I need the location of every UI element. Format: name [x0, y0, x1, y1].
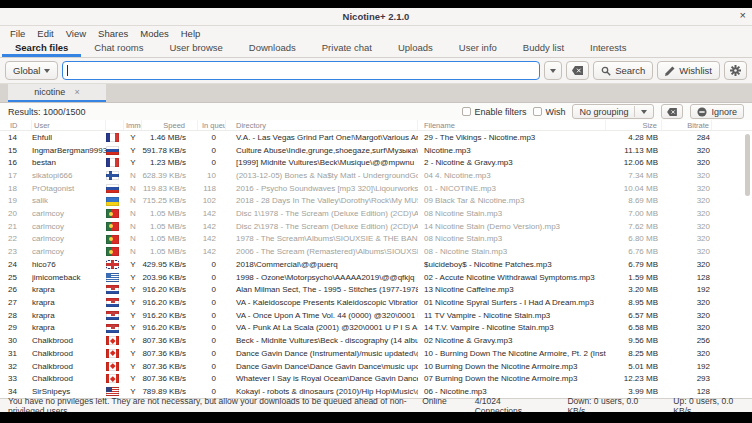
menu-modes[interactable]: Modes	[134, 28, 175, 39]
window-close-icon[interactable]: ×	[740, 9, 746, 21]
tab-search-files[interactable]: Search files	[2, 40, 81, 57]
menu-view[interactable]: View	[60, 28, 92, 39]
clear-results-button[interactable]	[661, 104, 683, 119]
search-results-tab-strip: nicotine ×	[0, 84, 752, 103]
wishlist-button[interactable]: Wishlist	[657, 61, 720, 80]
cell-size: 4.28 MB	[606, 133, 662, 142]
cell-directory: Alan Milman Sect, The - 1995 - Stitches …	[226, 285, 418, 294]
cell-filename: 10 Burning Down the Nicotine Armoire.mp3	[418, 362, 606, 371]
tab-private-chat[interactable]: Private chat	[309, 40, 385, 57]
cell-queue: 0	[198, 285, 226, 294]
enable-filters-checkbox[interactable]: Enable filters	[462, 107, 526, 117]
table-row[interactable]: 20carlmcoyN1.05 MB/s142Disc 1\1978 - The…	[0, 207, 752, 220]
letterbox-top	[0, 0, 752, 8]
cell-size: 7.00 MB	[606, 209, 662, 218]
col-header-id[interactable]: ID	[8, 120, 32, 130]
tab-uploads[interactable]: Uploads	[385, 40, 446, 57]
search-input[interactable]	[62, 61, 540, 80]
table-row[interactable]: 28krapraY916.20 KB/s0VA - Once Upon A Ti…	[0, 309, 752, 322]
table-row[interactable]: 15IngmarBergman9993Y591.78 KB/s0Culture …	[0, 144, 752, 157]
cell-directory: VA - Kaleidoscope Presents Kaleidoscopic…	[226, 298, 418, 307]
table-row[interactable]: 34SirSnipeysY789.89 KB/s0Kokayi - robots…	[0, 385, 752, 398]
cell-size: 1.59 MB	[606, 273, 662, 282]
col-header-bitrate[interactable]: Bitrate	[662, 120, 712, 130]
cell-directory: Dance Gavin Dance (Instrumental)/music u…	[226, 349, 418, 358]
grouping-select[interactable]: No grouping	[572, 104, 654, 119]
cell-bitrate: 256	[662, 336, 712, 345]
cell-immediate: Y	[124, 336, 142, 345]
col-header-flag[interactable]	[106, 120, 124, 130]
menu-edit[interactable]: Edit	[31, 28, 59, 39]
table-row[interactable]: 30ChalkbroodY807.36 KB/s0Beck - Midnite …	[0, 334, 752, 347]
table-row[interactable]: 24hico76Y429.95 KB/s02018\Commercial\@@p…	[0, 258, 752, 271]
col-header-immediate[interactable]: Imme	[124, 120, 142, 130]
tab-interests[interactable]: Interests	[577, 40, 639, 57]
search-button[interactable]: Search	[593, 61, 653, 80]
table-row[interactable]: 23carlmcoyN1.05 MB/s1422006 - The Scream…	[0, 245, 752, 258]
vertical-scrollbar[interactable]	[745, 134, 750, 394]
cell-bitrate: 320	[662, 234, 712, 243]
tab-buddy-list[interactable]: Buddy list	[510, 40, 577, 57]
cell-size: 6.79 MB	[606, 260, 662, 269]
cell-speed: 429.95 KB/s	[142, 260, 198, 269]
table-row[interactable]: 22carlmcoyN1.05 MB/s1421978 - The Scream…	[0, 233, 752, 246]
cell-filename: 14 Nicotine Stain (Demo Version).mp3	[418, 222, 606, 231]
results-table-body: 14EhfullY1.46 MB/s0V.A. - Las Vegas Grin…	[0, 131, 752, 398]
col-header-queue[interactable]: In queue	[198, 120, 226, 130]
cell-user: IngmarBergman9993	[32, 146, 106, 155]
col-header-directory[interactable]: Directory	[226, 120, 418, 130]
titlebar[interactable]: Nicotine+ 2.1.0 ×	[0, 8, 752, 26]
search-scope-select[interactable]: Global	[5, 61, 58, 80]
cell-speed: 1.05 MB/s	[142, 247, 198, 256]
cell-queue: 0	[198, 311, 226, 320]
table-row[interactable]: 16bestanY1.23 MB/s0[1999] Midnite Vultur…	[0, 156, 752, 169]
table-row[interactable]: 25jimicomebackY203.96 KB/s01998 - Ozone\…	[0, 271, 752, 284]
wish-checkbox[interactable]: Wish	[533, 107, 565, 117]
search-result-tab-nicotine[interactable]: nicotine ×	[8, 84, 106, 102]
gear-icon	[730, 65, 741, 76]
table-row[interactable]: 27krapraY916.20 KB/s0VA - Kaleidoscope P…	[0, 296, 752, 309]
scrollbar-thumb[interactable]	[745, 134, 750, 196]
search-history-dropdown-button[interactable]	[544, 61, 562, 80]
ignore-button[interactable]: Ignore	[690, 104, 744, 119]
cell-filename: 02 - Accute Nicotine Withdrawal Symptoms…	[418, 273, 606, 282]
col-header-speed[interactable]: Speed	[142, 120, 198, 130]
cell-speed: 119.83 KB/s	[142, 184, 198, 193]
table-row[interactable]: 32ChalkbroodY807.36 KB/s0Dance Gavin Dan…	[0, 360, 752, 373]
table-row[interactable]: 26krapraY916.20 KB/s0Alan Milman Sect, T…	[0, 283, 752, 296]
tab-chat-rooms[interactable]: Chat rooms	[81, 40, 156, 57]
table-row[interactable]: 14EhfullY1.46 MB/s0V.A. - Las Vegas Grin…	[0, 131, 752, 144]
menu-file[interactable]: File	[4, 28, 31, 39]
table-row[interactable]: 19salikN715.25 KB/s1022018 - 28 Days In …	[0, 195, 752, 208]
col-header-filename[interactable]: Filename	[418, 120, 606, 130]
cell-flag	[106, 209, 124, 218]
table-row[interactable]: 31ChalkbroodY807.36 KB/s0Dance Gavin Dan…	[0, 347, 752, 360]
cell-bitrate: 320	[662, 196, 712, 205]
cell-immediate: N	[124, 209, 142, 218]
cell-immediate: Y	[124, 133, 142, 142]
table-row[interactable]: 33ChalkbroodY807.36 KB/s0Whatever I Say …	[0, 372, 752, 385]
main-tab-bar: Search filesChat roomsUser browseDownloa…	[0, 40, 752, 58]
clear-search-button[interactable]	[566, 61, 589, 80]
cell-directory: 2018 - 28 Days In The Valley\Dorothy\Roc…	[226, 196, 418, 205]
close-icon[interactable]: ×	[74, 87, 79, 97]
cell-queue: 142	[198, 209, 226, 218]
tab-user-info[interactable]: User info	[446, 40, 510, 57]
tab-downloads[interactable]: Downloads	[236, 40, 309, 57]
letterbox-bottom	[0, 412, 752, 423]
configure-searches-button[interactable]	[724, 61, 747, 80]
table-row[interactable]: 17sikatopi666N628.39 KB/s10(2013-12-05) …	[0, 169, 752, 182]
menu-shares[interactable]: Shares	[92, 28, 134, 39]
table-row[interactable]: 18PrOtagonistN119.83 KB/s1182016 - Psych…	[0, 182, 752, 195]
cell-filename: 29 - The Vikings - Nicotine.mp3	[418, 133, 606, 142]
table-row[interactable]: 29krapraY916.20 KB/s0VA - Punk At La Sca…	[0, 322, 752, 335]
menu-help[interactable]: Help	[175, 28, 207, 39]
table-row[interactable]: 21carlmcoyN1.05 MB/s142Disc 2\1978 - The…	[0, 220, 752, 233]
cell-queue: 118	[198, 184, 226, 193]
cell-bitrate: 320	[662, 247, 712, 256]
tab-user-browse[interactable]: User browse	[156, 40, 235, 57]
col-header-user[interactable]: User	[32, 120, 106, 130]
cell-speed: 807.36 KB/s	[142, 374, 198, 383]
cell-bitrate: 192	[662, 285, 712, 294]
col-header-size[interactable]: Size	[606, 120, 662, 130]
